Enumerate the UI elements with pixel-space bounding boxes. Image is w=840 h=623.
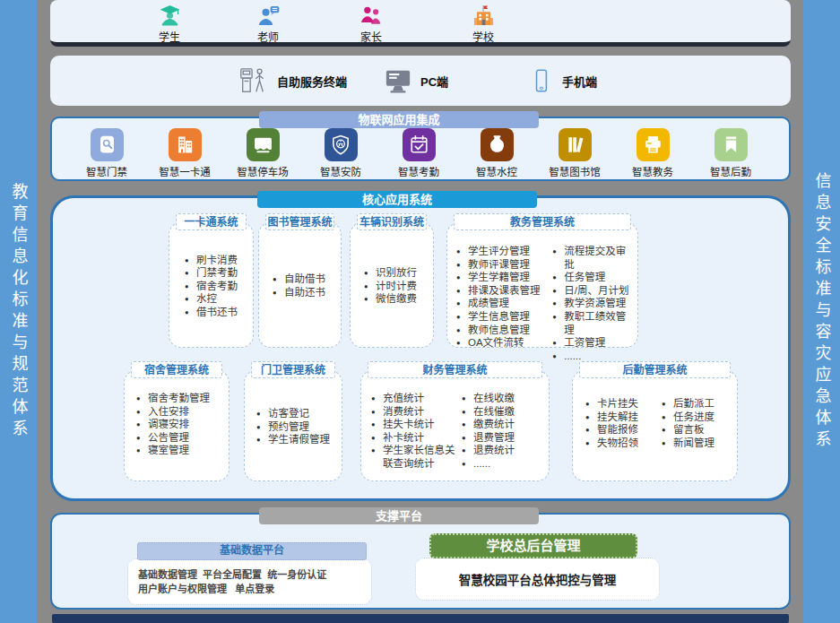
list-item: 宿舍考勤 (184, 280, 238, 293)
attendance-calendar-label: 智慧考勤 (398, 164, 439, 178)
dorm-system-box: 宿舍管理系统 宿舍考勤管理入住安排调寝安排公告管理寝室管理 (124, 370, 229, 481)
campus-card-label: 智慧一卡通 (159, 164, 211, 178)
phone-cell: 手机端 (528, 56, 597, 106)
feature-list: 后勤派工任务进度留言板新闻管理 (661, 397, 714, 475)
logistics-bookmark-label: 智慧后勤 (710, 164, 751, 178)
finance-system-box: 财务管理系统 充值统计消费统计挂失卡统计补卡统计学生家长信息关联查询统计在线收缴… (360, 370, 550, 481)
iot-section: 物联网应用集成 智慧门禁智慧一卡通智慧停车场智慧安防智慧考勤智慧水控智慧图书馆智… (50, 117, 791, 181)
list-item: 自助还书 (272, 286, 325, 299)
teacher-label: 老师 (257, 29, 279, 44)
iot-item-campus-card: 智慧一卡通 (150, 128, 220, 178)
users-row: 学生老师家长学校 (50, 0, 791, 47)
core-section-header: 核心应用系统 (257, 191, 537, 208)
kiosk-label: 自助服务终端 (277, 73, 347, 90)
base-data-platform-box: 基础数据管理 平台全局配置 统一身份认证 用户账户与权限管理 单点登录 (127, 558, 372, 605)
logistics-bookmark-icon (714, 128, 748, 161)
list-item: 学生学籍管理 (455, 271, 551, 284)
list-item: 学生请假管理 (255, 433, 330, 446)
door-access-icon (91, 128, 124, 161)
list-item: 计时计费 (363, 280, 417, 293)
school-label: 学校 (472, 29, 494, 44)
list-item: 教师信息管理 (455, 324, 551, 337)
gate-system-box: 门卫管理系统 访客登记预约管理学生请假管理 (244, 370, 342, 481)
parents-icon (359, 4, 384, 28)
list-item: 刷卡消费 (184, 254, 238, 267)
kiosk-cell: 自助服务终端 (237, 56, 347, 106)
right-banner-text: 信息安全标准与容灾应急体系 (810, 172, 834, 452)
list-item: 微信缴费 (363, 292, 417, 306)
feature-list: 自助借书自助还书 (272, 273, 325, 299)
campus-card-icon (169, 128, 202, 161)
terminals-row: 自助服务终端PC端手机端 (50, 56, 791, 106)
pc-cell: PC端 (384, 56, 448, 106)
parents-cell: 家长 (339, 4, 403, 44)
list-item: 缴费统计 (461, 418, 515, 431)
parents-label: 家长 (360, 29, 382, 44)
student-cell: 学生 (137, 4, 202, 44)
finance-system-title: 财务管理系统 (368, 361, 542, 378)
door-access-label: 智慧门禁 (86, 164, 127, 178)
security-shield-label: 智慧安防 (320, 164, 361, 178)
attendance-calendar-icon (403, 128, 436, 161)
library-books-icon (559, 128, 592, 161)
feature-list: 流程提交及审批任务管理日/周、月计划教学资源管理教职工绩效管理工资管理.....… (551, 245, 636, 342)
list-item: OA文件流转 (455, 336, 551, 350)
academic-system-box: 教务管理系统 学生评分管理教师评课管理学生学籍管理排课及课表管理成绩管理学生信息… (446, 222, 638, 348)
library-system-title: 图书管理系统 (265, 213, 334, 230)
teacher-icon (256, 4, 281, 28)
main-content: 学生老师家长学校 自助服务终端PC端手机端 物联网应用集成 智慧门禁智慧一卡通智… (50, 0, 791, 623)
feature-list: 宿舍考勤管理入住安排调寝安排公告管理寝室管理 (135, 392, 210, 475)
library-system-box: 图书管理系统 自助借书自助还书 (258, 222, 342, 348)
list-item: 预约管理 (255, 420, 330, 434)
security-shield-icon (325, 128, 358, 161)
list-item: 失物招领 (585, 437, 661, 450)
list-item: 留言板 (661, 423, 714, 437)
pc-label: PC端 (420, 73, 448, 90)
list-item: 学生家长信息关联查询统计 (370, 444, 461, 470)
list-item: 识别放行 (363, 266, 417, 280)
vehicle-system-title: 车辆识别系统 (357, 213, 427, 230)
bottom-bar (52, 614, 789, 623)
base-platform-line-2: 用户账户与权限管理 单点登录 (138, 582, 371, 596)
teacher-cell: 老师 (236, 4, 300, 44)
list-item: 退费管理 (461, 431, 515, 445)
school-icon (472, 4, 496, 28)
feature-list: 刷卡消费门禁考勤宿舍考勤水控借书还书 (184, 254, 238, 319)
list-item: 入住安排 (135, 405, 210, 419)
feature-list: 识别放行计时计费微信缴费 (363, 266, 417, 306)
list-item: 成绩管理 (455, 297, 551, 310)
feature-list: 卡片挂失挂失解挂智能报修失物招领 (585, 397, 661, 475)
list-item: 教师评课管理 (455, 258, 551, 272)
list-item: 消费统计 (370, 405, 461, 419)
logistics-system-title: 后勤管理系统 (579, 361, 731, 378)
student-label: 学生 (159, 29, 180, 44)
iot-item-parking: 智慧停车场 (228, 128, 298, 178)
list-item: 流程提交及审批 (551, 245, 636, 271)
right-banner: 信息安全标准与容灾应急体系 (803, 0, 840, 623)
smart-campus-architecture-diagram: 教育信息化标准与规范体系 信息安全标准与容灾应急体系 学生老师家长学校 自助服务… (0, 0, 840, 623)
logistics-system-box: 后勤管理系统 卡片挂失挂失解挂智能报修失物招领后勤派工任务进度留言板新闻管理 (572, 370, 738, 481)
list-item: 门禁考勤 (184, 266, 238, 280)
academic-system-title: 教务管理系统 (454, 213, 631, 230)
card-system-title: 一卡通系统 (176, 213, 247, 230)
support-platform-section: 支撑平台 基础数据平台 基础数据管理 平台全局配置 统一身份认证 用户账户与权限… (50, 513, 791, 610)
list-item: 水控 (184, 292, 238, 306)
list-item: 宿舍考勤管理 (135, 392, 210, 405)
left-banner-text: 教育信息化标准与规范体系 (7, 183, 30, 441)
list-item: 公告管理 (135, 431, 210, 445)
pc-icon (384, 67, 412, 94)
iot-item-attendance-calendar: 智慧考勤 (384, 128, 454, 178)
feature-list: 充值统计消费统计挂失卡统计补卡统计学生家长信息关联查询统计 (370, 392, 461, 475)
list-item: 工资管理 (551, 336, 636, 350)
card-system-box: 一卡通系统 刷卡消费门禁考勤宿舍考勤水控借书还书 (169, 222, 254, 348)
gate-system-title: 门卫管理系统 (251, 361, 335, 378)
list-item: 学生评分管理 (455, 245, 551, 258)
student-icon (158, 4, 182, 28)
list-item: 自助借书 (272, 273, 325, 286)
iot-item-water-jar: 智慧水控 (462, 128, 532, 178)
iot-item-academic-printer: 智慧教务 (618, 128, 688, 178)
list-item: 新闻管理 (661, 437, 714, 450)
iot-section-header: 物联网应用集成 (259, 111, 539, 128)
base-data-platform-title: 基础数据平台 (137, 542, 367, 560)
list-item: 退费统计 (461, 444, 515, 457)
